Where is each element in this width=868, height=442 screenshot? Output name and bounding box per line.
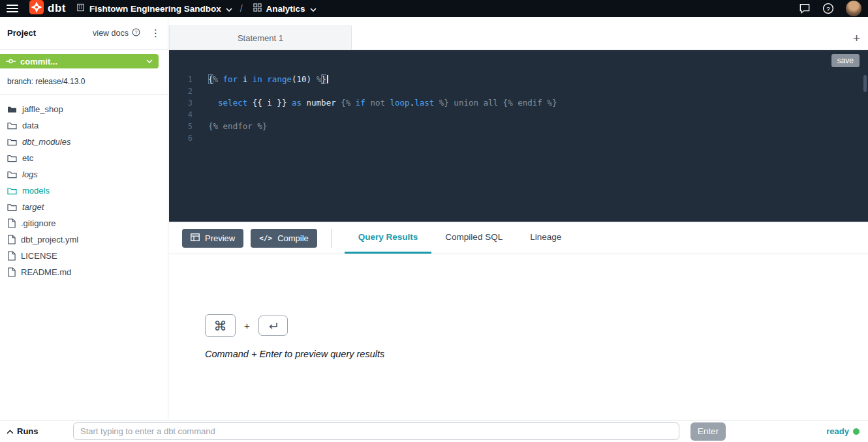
line-number: 4 (169, 109, 193, 121)
file-icon (7, 235, 16, 244)
tree-item-.gitignore[interactable]: .gitignore (0, 215, 168, 231)
file-tree: jaffle_shopdatadbt_modulesetclogsmodelst… (0, 95, 168, 280)
chat-icon[interactable] (799, 3, 811, 14)
breadcrumb-separator: / (240, 3, 243, 14)
status-indicator: ready (826, 426, 860, 436)
branch-label: branch: release/4.13.0 (0, 73, 168, 95)
commit-label: commit... (20, 57, 57, 66)
table-grid-icon (191, 233, 200, 243)
file-icon (7, 218, 16, 228)
tab-lineage[interactable]: Lineage (516, 222, 575, 254)
building-icon (76, 3, 85, 14)
editor-tabstrip: Statement 1 + (169, 17, 868, 50)
editor-scrollbar[interactable] (863, 75, 867, 92)
topbar: dbt Fishtown Engineering Sandbox / Analy… (0, 0, 868, 17)
results-toolbar: Preview </> Compile Query ResultsCompile… (169, 222, 868, 254)
code-line-5[interactable]: 5{% endfor %} (169, 121, 868, 132)
results-content: ⌘ + Command + Enter to preview query res… (169, 254, 868, 420)
line-number: 6 (169, 132, 193, 144)
command-input[interactable] (73, 422, 679, 440)
folder-icon (7, 121, 17, 130)
code-line-1[interactable]: 1{% for i in range(10) %} (169, 74, 868, 85)
results-tabs: Query ResultsCompiled SQLLineage (345, 222, 575, 254)
line-number: 1 (169, 74, 193, 85)
help-icon[interactable]: ? (822, 3, 834, 14)
shortcut-hint: ⌘ + (205, 314, 288, 337)
plus-separator: + (244, 320, 250, 331)
shortcut-caption: Command + Enter to preview query results (205, 349, 384, 359)
account-name: Fishtown Engineering Sandbox (89, 4, 221, 14)
user-avatar[interactable] (846, 1, 861, 16)
svg-text:?: ? (134, 29, 137, 35)
project-selector[interactable]: Analytics (253, 3, 317, 14)
git-commit-icon (6, 57, 16, 66)
tab-query-results[interactable]: Query Results (345, 222, 432, 254)
grid-icon (253, 3, 262, 14)
menu-icon[interactable] (7, 5, 18, 12)
bottombar: Runs Enter ready (0, 420, 868, 442)
code-icon: </> (259, 234, 272, 243)
code-lines: 1{% for i in range(10) %}23 select {{ i … (169, 74, 868, 144)
sidebar: Project view docs ? ⋮ commit... branch: … (0, 17, 168, 420)
tab-compiled-sql[interactable]: Compiled SQL (431, 222, 516, 254)
preview-button[interactable]: Preview (182, 229, 243, 248)
chevron-down-icon (310, 4, 317, 14)
tree-item-LICENSE[interactable]: LICENSE (0, 248, 168, 264)
line-number: 5 (169, 121, 193, 132)
folder-icon (7, 154, 17, 162)
account-selector[interactable]: Fishtown Engineering Sandbox (76, 3, 232, 14)
view-docs-link[interactable]: view docs ? (93, 28, 140, 38)
kebab-menu-icon[interactable]: ⋮ (151, 28, 161, 38)
tree-item-logs[interactable]: logs (0, 166, 168, 183)
folder-icon (7, 105, 17, 113)
docs-info-icon: ? (132, 28, 140, 38)
svg-text:?: ? (826, 5, 830, 12)
status-dot (853, 428, 860, 435)
tree-item-dbt_project.yml[interactable]: dbt_project.yml (0, 231, 168, 248)
compile-button[interactable]: </> Compile (251, 229, 317, 248)
code-line-4[interactable]: 4 (169, 109, 868, 121)
chevron-up-icon (7, 426, 14, 436)
dbt-logo-icon (29, 0, 44, 17)
command-key-icon: ⌘ (205, 314, 236, 337)
tree-item-etc[interactable]: etc (0, 150, 168, 166)
sidebar-title: Project (7, 28, 36, 38)
toolbar-divider (331, 229, 332, 248)
code-line-2[interactable]: 2 (169, 85, 868, 97)
tab-statement-1[interactable]: Statement 1 (169, 25, 352, 50)
topbar-right: ? (799, 1, 861, 16)
chevron-down-icon (226, 4, 232, 14)
tree-item-models[interactable]: models (0, 183, 168, 199)
commit-button[interactable]: commit... (0, 54, 159, 68)
editor-toolbar: save (169, 50, 868, 70)
main-area: Statement 1 + save 1{% for i in range(10… (169, 17, 868, 420)
folder-icon (7, 203, 17, 211)
folder-icon (7, 138, 17, 146)
tree-item-jaffle_shop[interactable]: jaffle_shop (0, 101, 168, 117)
code-editor[interactable]: 1{% for i in range(10) %}23 select {{ i … (169, 70, 868, 222)
line-number: 3 (169, 97, 193, 109)
tree-item-target[interactable]: target (0, 199, 168, 215)
text-cursor (327, 75, 328, 83)
sidebar-header: Project view docs ? ⋮ (0, 17, 168, 50)
dbt-logo-text: dbt (48, 2, 66, 15)
code-line-6[interactable]: 6 (169, 132, 868, 144)
project-name: Analytics (266, 4, 305, 14)
file-icon (7, 267, 16, 277)
return-key-icon (258, 316, 288, 336)
folder-icon (7, 170, 17, 179)
file-icon (7, 251, 16, 261)
new-tab-button[interactable]: + (853, 32, 860, 44)
dbt-logo[interactable]: dbt (29, 0, 66, 17)
folder-icon (7, 186, 17, 195)
code-line-3[interactable]: 3 select {{ i }} as number {% if not loo… (169, 97, 868, 109)
tree-item-data[interactable]: data (0, 117, 168, 134)
chevron-down-icon (146, 59, 153, 63)
runs-toggle[interactable]: Runs (7, 426, 73, 436)
line-number: 2 (169, 85, 193, 97)
save-button[interactable]: save (831, 54, 860, 67)
enter-button[interactable]: Enter (690, 422, 726, 441)
tree-item-dbt_modules[interactable]: dbt_modules (0, 134, 168, 150)
status-label: ready (826, 426, 849, 436)
tree-item-README.md[interactable]: README.md (0, 264, 168, 280)
